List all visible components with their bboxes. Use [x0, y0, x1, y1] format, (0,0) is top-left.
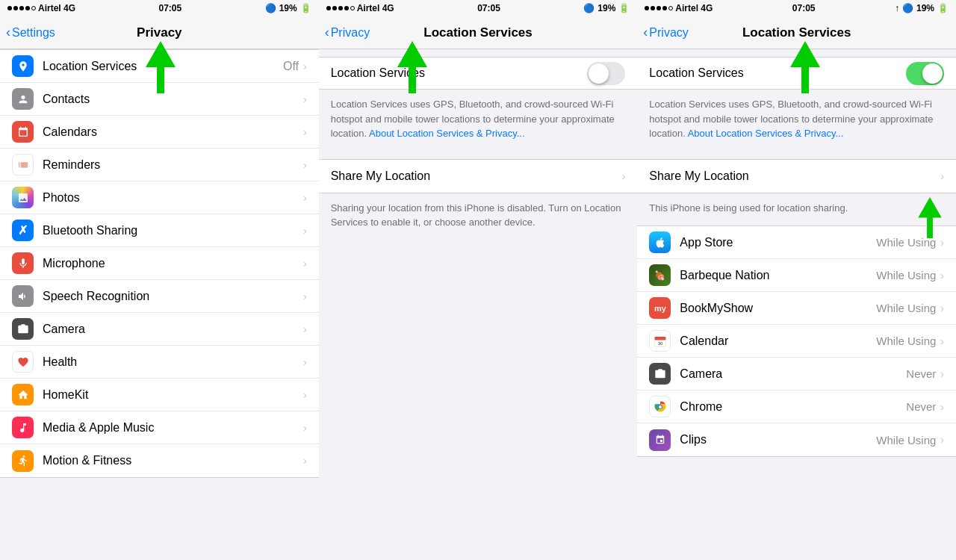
status-bar-left-2: Airtel 4G: [326, 3, 394, 13]
list-item-calendars[interactable]: Calendars ›: [0, 116, 319, 149]
location-toggle-3[interactable]: [906, 62, 944, 85]
back-button-1[interactable]: ‹ Settings: [6, 25, 55, 40]
app-item-bbq[interactable]: 🍖 Barbeque Nation While Using ›: [637, 259, 956, 292]
list-item-speech[interactable]: Speech Recognition ›: [0, 280, 319, 313]
dot-2-1: [326, 6, 331, 10]
description-link-2[interactable]: About Location Services & Privacy...: [369, 128, 525, 139]
back-button-3[interactable]: ‹ Privacy: [643, 25, 688, 40]
calendar-chevron: ›: [940, 335, 944, 347]
chevron-bluetooth: ›: [303, 225, 307, 237]
location-active-icon: ↑: [895, 3, 899, 13]
description-link-3[interactable]: About Location Services & Privacy...: [688, 128, 844, 139]
toggle-knob-3: [922, 63, 943, 84]
status-bar-2: Airtel 4G 07:05 🔵 19% 🔋: [319, 0, 638, 16]
location-toggle-section: Location Services: [319, 57, 638, 90]
bbq-chevron: ›: [940, 270, 944, 281]
app-item-bms[interactable]: my BookMyShow While Using ›: [637, 292, 956, 325]
nav-title-1: Privacy: [137, 25, 182, 40]
list-item-homekit[interactable]: HomeKit ›: [0, 379, 319, 411]
nav-bar-1: ‹ Settings Privacy: [0, 16, 319, 49]
dot3: [19, 6, 24, 10]
list-item-bluetooth[interactable]: ✗ Bluetooth Sharing ›: [0, 214, 319, 247]
app-item-calendar[interactable]: 30 Calendar While Using ›: [637, 325, 956, 358]
homekit-label: HomeKit: [43, 388, 303, 402]
bms-name: BookMyShow: [680, 302, 876, 315]
list-item-location[interactable]: Location Services Off ›: [0, 50, 319, 83]
bms-permission: While Using: [876, 302, 936, 314]
list-item-camera[interactable]: Camera ›: [0, 313, 319, 346]
location-toggle-2[interactable]: [587, 62, 625, 85]
screen-location-off: Airtel 4G 07:05 🔵 19% 🔋 ‹ Privacy Locati…: [319, 0, 638, 560]
camera-label: Camera: [43, 323, 303, 336]
location-row-2: Location Services: [319, 57, 638, 90]
nav-title-3: Location Services: [742, 25, 851, 40]
bluetooth-icon: ✗: [12, 220, 34, 241]
share-description-3: This iPhone is being used for location s…: [637, 193, 956, 226]
camera-icon: [12, 318, 34, 340]
back-button-2[interactable]: ‹ Privacy: [325, 25, 370, 40]
battery-1: 19%: [279, 3, 297, 13]
list-item-motion[interactable]: Motion & Fitness ›: [0, 444, 319, 477]
calendar-app-name: Calendar: [680, 335, 876, 348]
location-row-3: Location Services: [637, 57, 956, 90]
dot-3-3: [657, 6, 661, 10]
bbq-icon: 🍖: [649, 264, 671, 286]
green-arrow-4: [911, 197, 949, 243]
chevron-music: ›: [303, 422, 307, 434]
nav-title-2: Location Services: [423, 25, 533, 40]
dot-3-5: [668, 6, 673, 10]
screen-location-on: Airtel 4G 07:05 ↑ 🔵 19% 🔋 ‹ Privacy Loca…: [637, 0, 956, 560]
svg-rect-5: [654, 337, 665, 340]
time-2: 07:05: [477, 3, 500, 13]
health-label: Health: [43, 355, 303, 369]
app-item-camera[interactable]: Camera Never ›: [637, 358, 956, 391]
calendars-label: Calendars: [43, 125, 303, 139]
content-1: Location Services Off › Contacts › Calen…: [0, 49, 319, 560]
battery-icon-2: 🔵: [583, 3, 595, 13]
dot-2-2: [332, 6, 337, 10]
carrier-3: Airtel 4G: [675, 3, 713, 13]
battery-bar-2: 🔋: [618, 3, 630, 13]
bms-chevron: ›: [940, 302, 944, 314]
battery-icon-3: 🔵: [902, 3, 913, 13]
svg-marker-3: [918, 197, 941, 238]
time-1: 07:05: [158, 3, 181, 13]
share-my-location-3[interactable]: Share My Location ›: [637, 160, 956, 193]
chevron-contacts: ›: [303, 93, 307, 105]
motion-icon: [12, 450, 34, 472]
share-chevron-2: ›: [622, 170, 626, 182]
share-my-location-2[interactable]: Share My Location ›: [319, 160, 638, 193]
status-bar-right-1: 🔵 19% 🔋: [265, 3, 311, 13]
share-section-2: Share My Location ›: [319, 159, 638, 193]
list-item-photos[interactable]: Photos ›: [0, 181, 319, 214]
chevron-camera: ›: [303, 323, 307, 335]
appstore-icon: [649, 231, 671, 253]
photos-icon: [12, 187, 34, 208]
list-item-reminders[interactable]: Reminders ›: [0, 149, 319, 181]
motion-label: Motion & Fitness: [43, 454, 303, 467]
back-arrow-2: ‹: [325, 25, 329, 40]
reminders-icon: [12, 154, 34, 175]
share-desc-text-3: This iPhone is being used for location s…: [649, 202, 848, 214]
chevron-location: ›: [303, 60, 307, 72]
chrome-chevron: ›: [940, 401, 944, 413]
clips-chevron: ›: [940, 434, 944, 446]
app-item-chrome[interactable]: Chrome Never ›: [637, 391, 956, 423]
dot-2-4: [344, 6, 349, 10]
location-label: Location Services: [43, 60, 283, 73]
status-bar-right-2: 🔵 19% 🔋: [583, 3, 630, 13]
camera-app-chevron: ›: [940, 368, 944, 380]
list-item-health[interactable]: Health ›: [0, 346, 319, 379]
calendar-permission: While Using: [876, 335, 936, 347]
share-description-2: Sharing your location from this iPhone i…: [319, 193, 638, 240]
carrier-2: Airtel 4G: [357, 3, 394, 13]
app-item-clips[interactable]: Clips While Using ›: [637, 423, 956, 456]
speech-icon: [12, 285, 34, 307]
list-item-contacts[interactable]: Contacts ›: [0, 83, 319, 116]
list-item-music[interactable]: Media & Apple Music ›: [0, 411, 319, 444]
nav-bar-3: ‹ Privacy Location Services: [637, 16, 956, 49]
app-item-appstore[interactable]: App Store While Using ›: [637, 226, 956, 259]
dot-2-3: [338, 6, 343, 10]
homekit-icon: [12, 384, 34, 405]
list-item-microphone[interactable]: Microphone ›: [0, 247, 319, 280]
